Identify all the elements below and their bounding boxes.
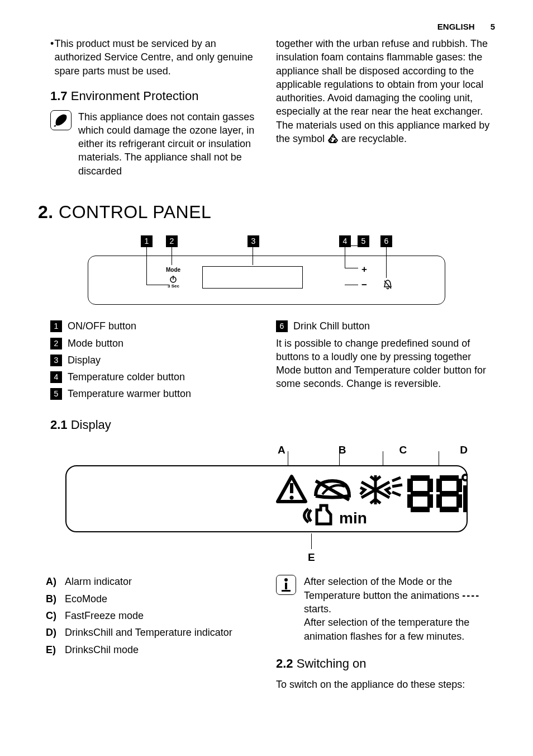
svg-rect-12 [427,479,433,492]
heading-2-1: 2.1 Display [50,417,495,433]
disp-item-A: A)Alarm indicator [46,575,257,588]
heading-1-7-num: 1.7 [50,89,68,103]
callout-3: 3 [248,235,259,247]
heading-1-7: 1.7 Environment Protection [50,88,257,105]
legend-item-2: 2Mode button [50,337,257,350]
legend-item-6: 6Drink Chill button [276,319,495,333]
env-text: This appliance does not contain gasses w… [78,110,257,178]
min-label: min [339,509,367,527]
s22-text: To switch on the appliance do these step… [276,678,495,691]
disp-item-D: D)DrinksChill and Temperature indicator [46,626,257,639]
animation-dashes: ---- [462,590,480,601]
minus-icon: − [361,279,367,292]
bullet-item: • This product must be serviced by an au… [50,37,257,78]
legend-note: It is possible to change predefined soun… [276,337,495,391]
recycle-icon [327,133,339,143]
legend-item-3: 3Display [50,353,257,367]
info-icon [276,575,296,595]
plus-icon: + [361,263,367,276]
display-lcd-icons: min [266,471,468,530]
heading-2-1-num: 2.1 [50,418,68,432]
disp-item-B: B)EcoMode [46,592,257,606]
3sec-label: 3 Sec [168,284,179,290]
column-left: • This product must be serviced by an au… [38,37,257,178]
svg-rect-8 [411,475,430,481]
env-text-continued: together with the urban refuse and rubbi… [276,37,495,145]
column-right: together with the urban refuse and rubbi… [276,37,495,178]
svg-point-22 [463,475,468,480]
heading-2-2-text: Switching on [293,656,367,670]
legend-item-5: 5Temperature warmer button [50,387,257,400]
bell-icon [383,279,393,294]
svg-rect-14 [427,494,433,508]
bullet-text: This product must be serviced by an auth… [55,37,257,78]
svg-rect-16 [440,491,459,497]
label-E: E [308,550,315,565]
svg-rect-18 [436,479,442,492]
top-columns: • This product must be serviced by an au… [38,37,495,178]
page-number: 5 [491,22,495,31]
heading-2-1-text: Display [68,418,111,432]
heading-1-7-text: Environment Protection [68,89,199,103]
heading-2-2-num: 2.2 [276,656,293,670]
label-C: C [399,443,407,457]
svg-rect-13 [407,494,413,508]
leaf-icon [50,110,72,130]
svg-rect-23 [463,485,468,512]
disp-item-E: E)DrinksChil mode [46,643,257,656]
heading-2-num: 2. [38,202,54,222]
svg-point-3 [290,496,294,500]
env-row: This appliance does not contain gasses w… [50,110,257,178]
page-header: ENGLISH 5 [437,21,495,32]
info-note: After selection of the Mode or the Tempe… [276,575,495,642]
svg-rect-9 [411,491,430,497]
header-language: ENGLISH [437,22,475,31]
label-D: D [460,443,468,457]
label-A: A [278,443,285,457]
svg-rect-19 [456,479,462,492]
legend-item-1: 1ON/OFF button [50,319,257,333]
control-panel-diagram: 1 2 3 4 5 6 Mode 3 Sec + − [88,235,445,308]
legend-item-4: 4Temperature colder button [50,370,257,384]
legend-columns: 1ON/OFF button 2Mode button 3Display 4Te… [38,319,495,404]
heading-2: 2. CONTROL PANEL [38,200,495,224]
mode-label: Mode [166,266,180,274]
heading-2-2: 2.2 Switching on [276,655,495,672]
svg-rect-20 [436,494,442,508]
svg-rect-11 [407,479,413,492]
svg-rect-21 [456,494,462,508]
svg-rect-17 [440,507,459,512]
bullet-dot: • [50,37,55,78]
display-legend-columns: A)Alarm indicator B)EcoMode C)FastFreeze… [38,567,495,691]
info-text: After selection of the Mode or the Tempe… [304,575,495,642]
svg-rect-15 [440,475,459,481]
heading-2-text: CONTROL PANEL [54,202,212,222]
disp-item-C: C)FastFreeze mode [46,609,257,622]
display-diagram: A B C D [65,443,468,560]
svg-rect-10 [411,507,430,512]
